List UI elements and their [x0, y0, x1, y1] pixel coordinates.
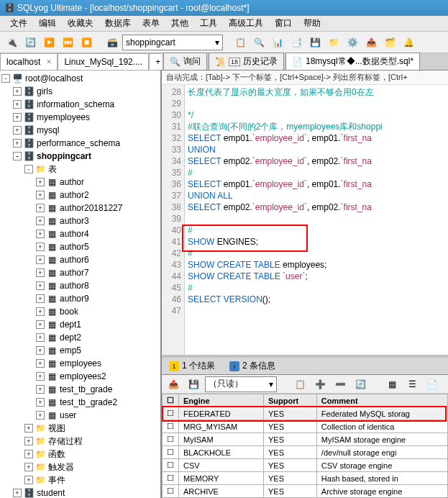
tree-node[interactable]: +▦test_tb_grade2 — [1, 396, 159, 409]
expand-icon[interactable]: + — [36, 255, 45, 264]
code-line-29[interactable] — [188, 98, 445, 109]
table-row[interactable]: ☐ARCHIVEYESArchive storage engine — [163, 485, 448, 498]
row-checkbox[interactable]: ☐ — [163, 446, 179, 459]
row-checkbox[interactable]: ☐ — [163, 485, 179, 498]
menu-工具[interactable]: 工具 — [194, 16, 223, 31]
expand-icon[interactable]: + — [13, 100, 22, 109]
expand-icon[interactable]: + — [24, 463, 33, 471]
menu-表单[interactable]: 表单 — [137, 16, 165, 31]
grid-cell[interactable]: CSV storage engine — [316, 459, 447, 472]
tool-btn-1[interactable]: 📋 — [232, 34, 249, 51]
grid-save-button[interactable]: 💾 — [185, 376, 202, 393]
tree-node[interactable]: +▦author6 — [1, 253, 159, 266]
conn-tab-1[interactable]: Linux_MySql_192.... — [58, 53, 149, 70]
tree-node[interactable]: -🖥️root@localhost — [1, 72, 159, 85]
expand-icon[interactable]: + — [36, 307, 45, 316]
tree-node[interactable]: +▦dept2 — [1, 331, 159, 344]
grid-header-checkbox[interactable]: ☐ — [163, 394, 179, 407]
grid-del-button[interactable]: ➖ — [332, 376, 349, 393]
tree-node[interactable]: +🗄️performance_schema — [1, 137, 159, 150]
menu-收藏夹[interactable]: 收藏夹 — [62, 16, 99, 31]
tree-node[interactable]: +🗄️girls — [1, 85, 159, 98]
menu-高级工具[interactable]: 高级工具 — [223, 16, 269, 31]
grid-cell[interactable]: Archive storage engine — [316, 485, 447, 498]
code-line-36[interactable]: SELECT emp01.`employee_id`, emp01.`first… — [188, 178, 445, 190]
close-icon[interactable]: × — [46, 57, 51, 67]
expand-icon[interactable]: + — [13, 113, 22, 122]
expand-icon[interactable]: - — [1, 74, 10, 83]
expand-icon[interactable]: + — [36, 385, 45, 394]
grid-cell[interactable]: Collection of identica — [316, 420, 447, 433]
code-line-43[interactable]: SHOW CREATE TABLE employees; — [188, 259, 445, 271]
exec-all-button[interactable]: ⏭️ — [59, 34, 76, 51]
grid-view-1[interactable]: ▦ — [383, 376, 401, 393]
expand-icon[interactable]: + — [13, 489, 22, 497]
grid-cell[interactable]: YES — [264, 459, 317, 472]
tree-node[interactable]: +▦test_tb_grade — [1, 383, 159, 396]
grid-cell[interactable]: MRG_MYISAM — [179, 420, 264, 433]
database-combo[interactable]: shoppingcart ▾ — [122, 35, 223, 50]
expand-icon[interactable]: + — [13, 126, 22, 135]
conn-tab-0[interactable]: localhost× — [0, 53, 58, 70]
tool-btn-4[interactable]: 📑 — [288, 34, 305, 51]
expand-icon[interactable]: + — [36, 217, 45, 225]
grid-cell[interactable]: ARCHIVE — [179, 485, 264, 498]
expand-icon[interactable]: - — [24, 165, 33, 173]
new-conn-button[interactable]: 🔌 — [3, 34, 20, 51]
expand-icon[interactable]: + — [36, 346, 45, 355]
grid-export-button[interactable]: 📤 — [165, 376, 182, 393]
tool-btn-5[interactable]: 💾 — [306, 34, 324, 51]
expand-icon[interactable]: + — [24, 424, 33, 433]
grid-header[interactable]: Support — [264, 394, 317, 407]
grid-cell[interactable]: YES — [264, 433, 317, 446]
editor-tab-0[interactable]: 🔍询问 — [163, 53, 207, 70]
expand-icon[interactable]: + — [36, 268, 45, 277]
tree-node[interactable]: +▦dept1 — [1, 318, 159, 331]
tree-node[interactable]: +▦user — [1, 409, 159, 422]
tool-btn-8[interactable]: 📤 — [362, 34, 380, 51]
tree-node[interactable]: -🗄️shoppingcart — [1, 150, 159, 163]
grid-copy-button[interactable]: 📋 — [291, 376, 308, 393]
expand-icon[interactable]: + — [36, 333, 45, 342]
grid-cell[interactable]: MyISAM storage engine — [316, 433, 447, 446]
grid-refresh-button[interactable]: 🔄 — [352, 376, 369, 393]
tree-node[interactable]: +📁视图 — [1, 422, 159, 435]
tree-node[interactable]: +▦author — [1, 176, 159, 189]
code-line-28[interactable]: 长度代表了显示的最大宽度，如果不够会用0在左 — [188, 86, 445, 98]
expand-icon[interactable]: + — [36, 372, 45, 381]
grid-cell[interactable]: YES — [264, 472, 317, 485]
code-line-47[interactable] — [188, 305, 445, 317]
expand-icon[interactable]: + — [24, 476, 33, 484]
tree-node[interactable]: +🗄️mysql — [1, 124, 159, 137]
readonly-combo[interactable]: （只读） ▾ — [205, 376, 277, 392]
expand-icon[interactable]: + — [36, 320, 45, 329]
code-area[interactable]: 长度代表了显示的最大宽度，如果不够会用0在左 */#联合查询(不同的2个库，my… — [185, 85, 448, 355]
tree-node[interactable]: +▦author8 — [1, 279, 159, 292]
expand-icon[interactable]: + — [36, 359, 45, 368]
tool-btn-3[interactable]: 📊 — [269, 34, 286, 51]
grid-cell[interactable]: YES — [264, 485, 317, 498]
table-row[interactable]: ☐MEMORYYESHash based, stored in — [163, 472, 448, 485]
grid-add-button[interactable]: ➕ — [311, 376, 329, 393]
expand-icon[interactable]: + — [36, 243, 45, 251]
expand-icon[interactable]: + — [36, 411, 45, 420]
expand-icon[interactable]: + — [36, 178, 45, 186]
grid-cell[interactable]: CSV — [179, 459, 264, 472]
tool-btn-6[interactable]: 📁 — [325, 34, 342, 51]
tree-node[interactable]: +🗄️myemployees — [1, 111, 159, 124]
tree-node[interactable]: -📁表 — [1, 163, 159, 176]
exec-button[interactable]: ▶️ — [40, 34, 58, 51]
code-line-31[interactable]: #联合查询(不同的2个库，myemployees库和shoppi — [188, 121, 445, 132]
tree-node[interactable]: +▦author3 — [1, 214, 159, 227]
expand-icon[interactable]: + — [36, 230, 45, 238]
expand-icon[interactable]: + — [36, 281, 45, 290]
code-line-33[interactable]: UNION — [188, 144, 445, 155]
tree-node[interactable]: +▦book — [1, 305, 159, 318]
table-row[interactable]: ☐CSVYESCSV storage engine — [163, 459, 448, 472]
menu-文件[interactable]: 文件 — [4, 16, 33, 31]
code-line-35[interactable]: # — [188, 167, 445, 178]
grid-view-3[interactable]: 📄 — [424, 376, 441, 393]
code-line-39[interactable] — [188, 213, 445, 225]
tree-node[interactable]: +📁存储过程 — [1, 435, 159, 448]
tree-node[interactable]: +📁触发器 — [1, 461, 159, 474]
